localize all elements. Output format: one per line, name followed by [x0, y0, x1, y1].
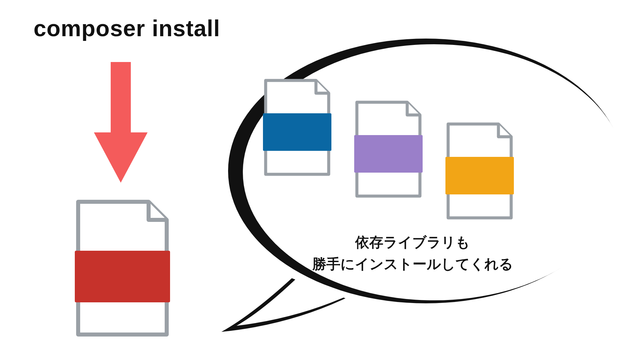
- down-arrow-icon: [94, 62, 148, 184]
- bubble-caption: 依存ライブラリも勝手にインストールしてくれる: [285, 231, 540, 275]
- file-orange-icon: [441, 121, 518, 223]
- svg-rect-4: [354, 135, 423, 173]
- file-blue-icon: [258, 77, 335, 179]
- svg-rect-0: [75, 251, 170, 302]
- diagram-canvas: composer install: [0, 0, 644, 362]
- file-purple-icon: [350, 99, 427, 201]
- svg-rect-5: [445, 157, 514, 194]
- diagram-title: composer install: [34, 15, 220, 41]
- svg-rect-3: [263, 113, 331, 151]
- file-red-icon: [69, 198, 176, 340]
